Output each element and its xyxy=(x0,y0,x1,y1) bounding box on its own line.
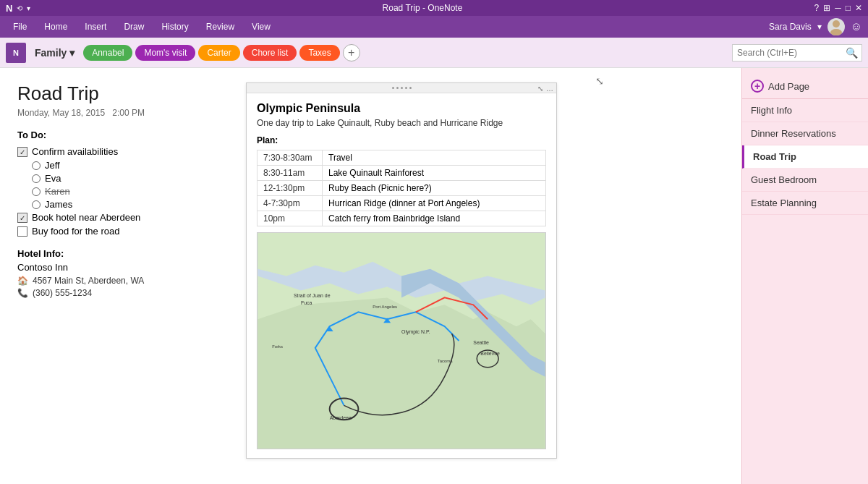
phone-icon: 📞 xyxy=(17,288,28,298)
handle-dot-3 xyxy=(401,87,403,89)
radio-circle-james[interactable] xyxy=(32,200,41,209)
checkmark-icon: ✓ xyxy=(20,148,25,156)
time-cell: 12-1:30pm xyxy=(258,181,323,196)
note-expand-ctrl[interactable]: ⤡ xyxy=(537,85,543,93)
menu-file[interactable]: File xyxy=(6,19,34,35)
svg-text:Strait of Juan de: Strait of Juan de xyxy=(294,293,331,298)
search-icon[interactable]: 🔍 xyxy=(846,47,858,59)
map-area: Strait of Juan de Fuca Olympic N.P. Seat… xyxy=(257,232,546,449)
activity-cell: Lake Quinault Rainforest xyxy=(323,166,546,181)
svg-text:Bellevue: Bellevue xyxy=(480,351,500,356)
map-svg: Strait of Juan de Fuca Olympic N.P. Seat… xyxy=(258,233,545,449)
radio-circle-jeff[interactable] xyxy=(32,161,41,170)
add-tab-button[interactable]: + xyxy=(343,44,360,61)
note-box-controls: ⤡ … xyxy=(537,83,553,93)
minimize-btn[interactable]: ─ xyxy=(835,3,841,13)
notebook-name[interactable]: Family ▾ xyxy=(29,44,80,61)
main-layout: ⤡ Road Trip Monday, May 18, 2015 2:00 PM… xyxy=(0,68,868,484)
dropdown-icon[interactable]: ▾ xyxy=(817,22,822,32)
menu-review[interactable]: Review xyxy=(199,19,242,35)
title-bar-right: ? ⊞ ─ □ ✕ xyxy=(814,3,862,13)
notebook-bar: N Family ▾ Annabel Mom's visit Carter Ch… xyxy=(0,38,868,68)
menu-insert[interactable]: Insert xyxy=(77,19,114,35)
window-icon-1: ⟲ xyxy=(17,4,22,12)
tab-taxes[interactable]: Taxes xyxy=(299,45,339,61)
page-estate-planning[interactable]: Estate Planning xyxy=(742,192,868,215)
time-cell: 8:30-11am xyxy=(258,166,323,181)
svg-text:Olympic N.P.: Olympic N.P. xyxy=(401,329,430,335)
handle-dot-1 xyxy=(392,87,394,89)
search-input[interactable] xyxy=(737,48,846,58)
expand-icon[interactable]: ⤡ xyxy=(595,75,604,87)
svg-text:N: N xyxy=(13,48,19,57)
radio-circle-karen[interactable] xyxy=(32,187,41,196)
menu-view[interactable]: View xyxy=(244,19,278,35)
smiley-icon[interactable]: ☺ xyxy=(851,20,862,33)
time-cell: 10pm xyxy=(258,211,323,226)
menu-bar: File Home Insert Draw History Review Vie… xyxy=(0,16,868,38)
notebook-dropdown-icon[interactable]: ▾ xyxy=(69,47,75,59)
title-bar: N ⟲ ▾ Road Trip - OneNote ? ⊞ ─ □ ✕ xyxy=(0,0,868,16)
settings-icon[interactable]: ⊞ xyxy=(823,3,830,13)
table-row: 10pm Catch ferry from Bainbridge Island xyxy=(258,211,546,226)
checkbox-food[interactable] xyxy=(17,226,27,237)
title-bar-title: Road Trip - OneNote xyxy=(30,3,814,13)
checkmark-hotel-icon: ✓ xyxy=(20,214,25,222)
note-more-ctrl[interactable]: … xyxy=(546,85,553,93)
activity-cell: Hurrican Ridge (dinner at Port Angeles) xyxy=(323,196,546,211)
handle-dot-4 xyxy=(405,87,407,89)
title-bar-left: N ⟲ ▾ xyxy=(6,3,30,14)
svg-text:Fuca: Fuca xyxy=(301,300,312,305)
note-box: ⤡ … Olympic Peninsula One day trip to La… xyxy=(246,82,557,459)
svg-point-0 xyxy=(833,20,840,27)
page-guest-bedroom[interactable]: Guest Bedroom xyxy=(742,169,868,192)
user-avatar xyxy=(827,18,845,35)
help-icon[interactable]: ? xyxy=(814,3,820,13)
add-page-icon: + xyxy=(751,80,764,93)
radio-circle-eva[interactable] xyxy=(32,174,41,183)
table-row: 4-7:30pm Hurrican Ridge (dinner at Port … xyxy=(258,196,546,211)
checkbox-hotel[interactable]: ✓ xyxy=(17,213,27,223)
plan-label: Plan: xyxy=(257,135,546,145)
page-flight-info[interactable]: Flight Info xyxy=(742,99,868,122)
table-row: 12-1:30pm Ruby Beach (Picnic here?) xyxy=(258,181,546,196)
svg-text:Tacoma: Tacoma xyxy=(438,359,454,363)
tab-chore-list[interactable]: Chore list xyxy=(243,45,297,61)
note-box-handle[interactable]: ⤡ … xyxy=(247,83,556,93)
svg-point-1 xyxy=(830,29,842,35)
right-sidebar: + Add Page Flight Info Dinner Reservatio… xyxy=(741,68,868,484)
notebook-icon: N xyxy=(6,43,26,63)
menu-draw[interactable]: Draw xyxy=(116,19,151,35)
peninsula-subtitle: One day trip to Lake Quinault, Ruby beac… xyxy=(257,118,546,128)
handle-dot-2 xyxy=(396,87,399,89)
menu-home[interactable]: Home xyxy=(37,19,75,35)
search-bar: 🔍 xyxy=(732,44,862,61)
tab-carter[interactable]: Carter xyxy=(198,45,239,61)
peninsula-title: Olympic Peninsula xyxy=(257,102,546,115)
plan-table: 7:30-8:30am Travel 8:30-11am Lake Quinau… xyxy=(257,150,546,226)
restore-btn[interactable]: □ xyxy=(846,3,851,13)
menu-history[interactable]: History xyxy=(154,19,195,35)
app-icon: N xyxy=(6,3,12,14)
tab-annabel[interactable]: Annabel xyxy=(83,45,132,61)
page-road-trip[interactable]: Road Trip xyxy=(742,145,868,169)
activity-cell: Catch ferry from Bainbridge Island xyxy=(323,211,546,226)
svg-text:Seattle: Seattle xyxy=(473,340,489,345)
add-page-button[interactable]: + Add Page xyxy=(742,74,868,99)
svg-text:Forks: Forks xyxy=(272,344,283,349)
address-icon: 🏠 xyxy=(17,276,28,286)
page-dinner-reservations[interactable]: Dinner Reservations xyxy=(742,122,868,145)
table-row: 8:30-11am Lake Quinault Rainforest xyxy=(258,166,546,181)
time-cell: 7:30-8:30am xyxy=(258,150,323,166)
handle-dot-5 xyxy=(409,87,412,89)
svg-text:Port Angeles: Port Angeles xyxy=(373,305,397,309)
close-btn[interactable]: ✕ xyxy=(855,3,862,13)
tab-moms-visit[interactable]: Mom's visit xyxy=(135,45,195,61)
checkbox-confirm[interactable]: ✓ xyxy=(17,147,27,157)
activity-cell: Ruby Beach (Picnic here?) xyxy=(323,181,546,196)
user-area: ? ⊞ ─ □ ✕ xyxy=(814,3,862,13)
note-content: Olympic Peninsula One day trip to Lake Q… xyxy=(247,93,556,458)
user-name: Sara Davis xyxy=(769,22,812,32)
activity-cell: Travel xyxy=(323,150,546,166)
content-area: ⤡ Road Trip Monday, May 18, 2015 2:00 PM… xyxy=(0,68,741,484)
